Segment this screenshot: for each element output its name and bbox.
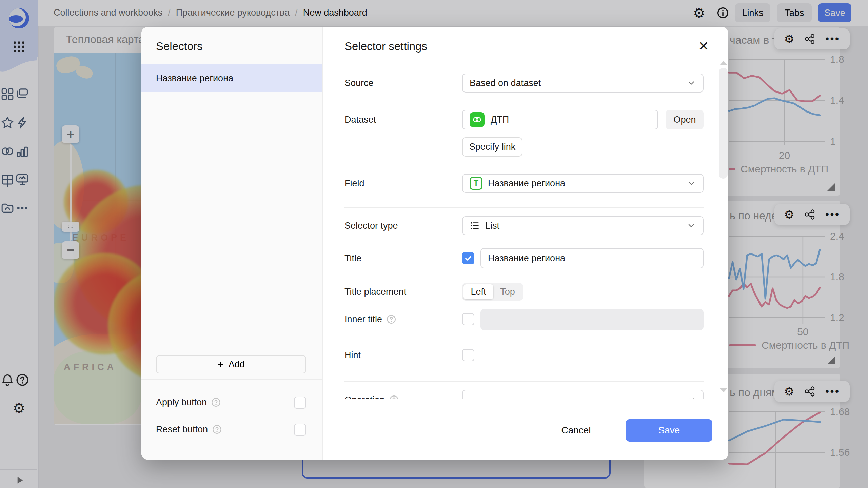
inner-title-input[interactable] [480,309,704,330]
hint-label: Hint [344,346,361,364]
dataset-icon [470,112,485,127]
apply-button-row: Apply button [156,395,221,410]
close-icon[interactable]: ✕ [697,39,710,53]
scroll-up-arrow[interactable] [720,61,727,65]
placement-left-segment[interactable]: Left [463,284,493,299]
selector-type-label: Selector type [344,216,398,235]
settings-panel-title: Selector settings [344,40,427,53]
inner-title-label: Inner title [344,310,396,328]
settings-scroll-area: Source Based on dataset Dataset ДТП Open… [322,64,718,399]
reset-button-label: Reset button [156,424,208,435]
question-circle-icon [211,397,221,407]
add-selector-button[interactable]: + Add [156,355,306,373]
cancel-button[interactable]: Cancel [548,419,604,442]
selector-type-select[interactable]: List [462,216,704,235]
operation-select[interactable] [462,390,704,399]
add-selector-label: Add [229,359,245,370]
settings-divider [344,207,704,208]
scroll-down-arrow[interactable] [720,388,727,392]
title-placement-segmented: Left Top [462,283,523,301]
modal-save-button[interactable]: Save [626,419,712,442]
question-circle-icon [212,424,222,434]
reset-button-row: Reset button [156,422,222,437]
settings-divider [344,381,704,382]
chevron-down-icon [687,78,696,88]
dataset-label: Dataset [344,110,376,129]
title-checkbox[interactable] [462,252,474,264]
selector-settings-dialog: Selectors Название региона + Add Apply b… [141,27,728,460]
selector-type-value: List [485,221,499,231]
chevron-down-icon [687,179,696,188]
source-value: Based on dataset [470,78,541,88]
question-circle-icon [389,395,399,399]
dataset-value: ДТП [491,115,509,125]
reset-button-checkbox[interactable] [294,424,306,436]
specify-link-button[interactable]: Specify link [462,137,522,157]
placement-top-segment[interactable]: Top [493,284,522,299]
title-placement-label: Title placement [344,283,406,301]
field-label: Field [344,174,364,193]
field-select[interactable]: T Название региона [462,174,704,193]
check-icon [464,254,473,263]
chevron-down-icon [687,395,696,399]
field-type-text-icon: T [470,177,482,190]
inner-title-checkbox[interactable] [462,313,474,325]
dataset-field[interactable]: ДТП [462,110,658,129]
settings-scrollbar-thumb[interactable] [719,68,728,179]
dataset-glyph-icon [472,115,482,125]
selectors-panel: Selectors Название региона + Add Apply b… [141,27,323,460]
apply-button-checkbox[interactable] [294,396,306,409]
selector-list-item-selected[interactable]: Название региона [141,64,322,92]
selectors-panel-title: Selectors [156,40,203,53]
open-dataset-button[interactable]: Open [666,110,704,129]
list-icon [470,221,480,231]
plus-icon: + [217,359,224,370]
selectors-panel-divider [141,379,322,380]
operation-label-text: Operation [344,395,385,400]
question-circle-icon [386,314,396,324]
app-root: ⚙ Collections and workbooks / Практическ… [0,0,868,488]
hint-checkbox[interactable] [462,349,474,361]
operation-label: Operation [344,390,399,399]
apply-button-label: Apply button [156,397,207,408]
inner-title-label-text: Inner title [344,314,382,325]
chevron-down-icon [687,221,696,230]
source-label: Source [344,74,374,93]
title-input[interactable] [480,248,704,268]
title-label: Title [344,248,361,268]
source-select[interactable]: Based on dataset [462,74,704,93]
field-value: Название региона [488,178,565,189]
